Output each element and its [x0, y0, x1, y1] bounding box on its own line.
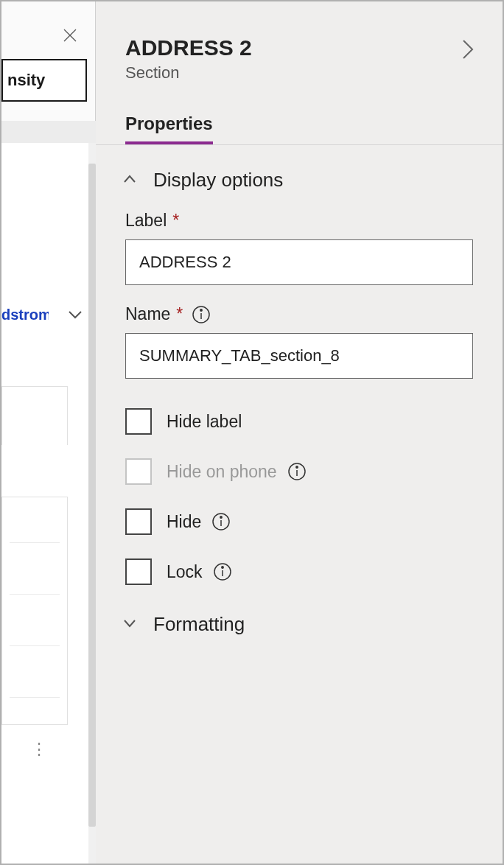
- hide-on-phone-row: Hide on phone: [96, 445, 503, 485]
- name-field-group: Name *: [96, 285, 503, 379]
- label-field-label: Label *: [125, 211, 473, 231]
- svg-point-7: [295, 466, 297, 468]
- section-header-display-options[interactable]: Display options: [96, 145, 503, 192]
- label-input[interactable]: [125, 239, 473, 285]
- svg-point-4: [200, 309, 202, 310]
- section-title: Formatting: [153, 613, 245, 636]
- hide-label-checkbox[interactable]: [125, 408, 152, 435]
- panel-subtitle: Section: [125, 63, 473, 83]
- section-title: Display options: [153, 169, 283, 192]
- chevron-up-icon: [122, 174, 137, 187]
- lock-checkbox[interactable]: [125, 558, 152, 585]
- required-indicator: *: [172, 211, 179, 231]
- tab-properties[interactable]: Properties: [125, 113, 213, 144]
- info-icon[interactable]: [192, 305, 211, 324]
- hide-on-phone-checkbox: [125, 458, 152, 485]
- preview-card: [1, 386, 68, 445]
- hide-row: Hide: [96, 495, 503, 535]
- section-header-formatting[interactable]: Formatting: [96, 585, 503, 636]
- more-icon[interactable]: ⋮: [31, 740, 49, 759]
- lock-text: Lock: [167, 562, 232, 582]
- info-icon[interactable]: [287, 462, 307, 481]
- tabs: Properties: [96, 113, 503, 145]
- hide-on-phone-text: Hide on phone: [167, 462, 307, 482]
- checkbox-group: Hide label Hide on phone Hide: [96, 395, 503, 585]
- close-icon[interactable]: [60, 25, 80, 46]
- svg-point-10: [220, 516, 222, 518]
- panel-header: ADDRESS 2 Section: [96, 1, 503, 83]
- lock-row: Lock: [96, 545, 503, 585]
- hide-checkbox[interactable]: [125, 508, 152, 535]
- hide-label-row: Hide label: [96, 395, 503, 435]
- info-icon[interactable]: [211, 512, 231, 531]
- chevron-down-icon[interactable]: [66, 309, 84, 323]
- record-link[interactable]: dstrom: [1, 307, 49, 323]
- toolbar-band: [1, 121, 96, 143]
- canvas-area: dstrom ⋮: [1, 143, 96, 864]
- left-canvas-column: nsity dstrom ⋮: [1, 1, 96, 864]
- hide-label-text: Hide label: [167, 412, 242, 432]
- svg-point-13: [221, 567, 223, 568]
- density-button-label: nsity: [7, 71, 45, 90]
- hide-text: Hide: [167, 512, 231, 532]
- preview-card: [1, 497, 68, 725]
- chevron-right-icon[interactable]: [461, 38, 475, 63]
- panel-title: ADDRESS 2: [125, 35, 473, 60]
- required-indicator: *: [176, 304, 183, 324]
- scrollbar-thumb[interactable]: [88, 164, 96, 827]
- properties-panel: ADDRESS 2 Section Properties Display opt…: [96, 1, 503, 864]
- name-field-label: Name *: [125, 304, 473, 324]
- chevron-down-icon: [122, 618, 137, 631]
- label-field-group: Label *: [96, 192, 503, 285]
- info-icon[interactable]: [213, 562, 232, 581]
- density-button[interactable]: nsity: [1, 59, 87, 102]
- name-input[interactable]: [125, 333, 473, 379]
